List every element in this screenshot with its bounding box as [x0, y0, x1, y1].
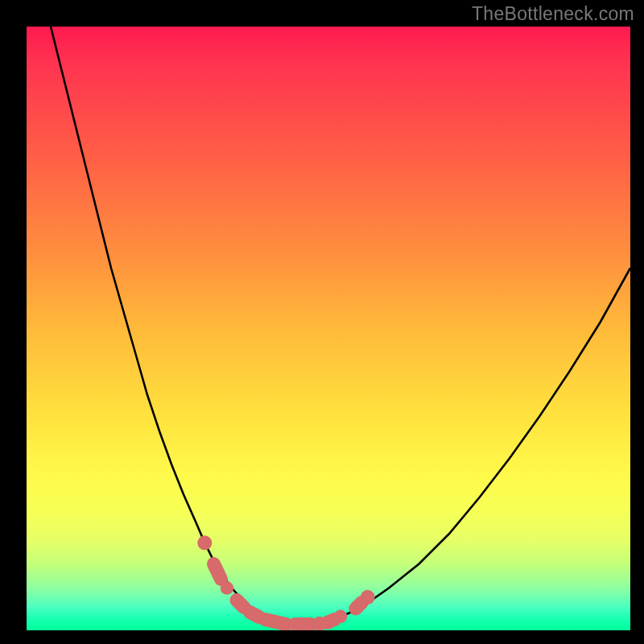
marker-segment	[237, 601, 244, 608]
marker-dot	[221, 581, 234, 595]
marker-segment	[328, 620, 335, 623]
watermark-text: TheBottleneck.com	[472, 3, 634, 25]
bottleneck-curve	[51, 27, 630, 625]
marker-dot	[361, 590, 375, 605]
curve-svg	[27, 27, 630, 630]
marker-segment	[265, 620, 286, 625]
plot-area	[27, 27, 630, 630]
curve-markers	[197, 535, 374, 630]
marker-dot	[197, 535, 212, 550]
marker-segment	[214, 564, 221, 580]
marker-segment	[356, 603, 362, 609]
marker-segment	[250, 613, 259, 617]
marker-dot	[334, 610, 348, 624]
chart-frame: TheBottleneck.com	[0, 0, 644, 644]
